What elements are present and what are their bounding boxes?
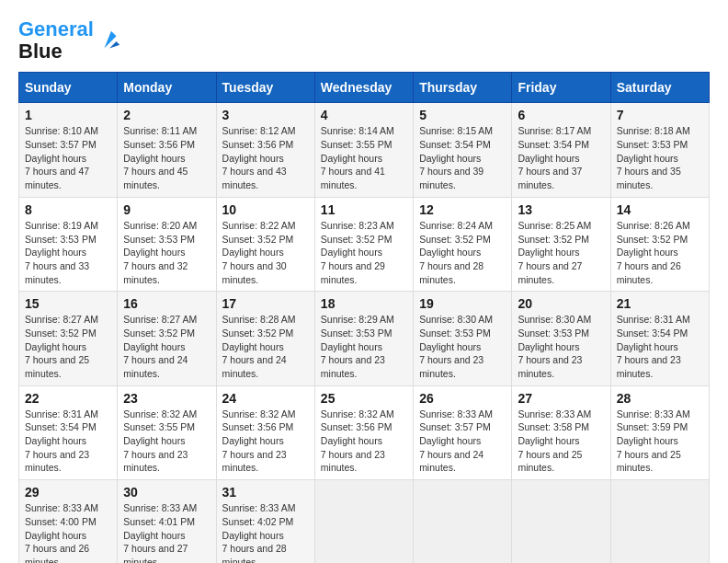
- header-saturday: Saturday: [610, 73, 709, 103]
- calendar-week-row: 15Sunrise: 8:27 AMSunset: 3:52 PMDayligh…: [19, 292, 710, 385]
- calendar-cell: 11Sunrise: 8:23 AMSunset: 3:52 PMDayligh…: [314, 197, 413, 291]
- header-tuesday: Tuesday: [216, 73, 314, 103]
- header-thursday: Thursday: [414, 73, 512, 103]
- calendar-cell: 3Sunrise: 8:12 AMSunset: 3:56 PMDaylight…: [216, 103, 314, 197]
- calendar-week-row: 29Sunrise: 8:33 AMSunset: 4:00 PMDayligh…: [19, 480, 710, 563]
- calendar-cell: 20Sunrise: 8:30 AMSunset: 3:53 PMDayligh…: [512, 292, 610, 385]
- calendar-cell: 29Sunrise: 8:33 AMSunset: 4:00 PMDayligh…: [19, 480, 118, 563]
- calendar-cell: 19Sunrise: 8:30 AMSunset: 3:53 PMDayligh…: [414, 292, 512, 385]
- calendar-cell: 17Sunrise: 8:28 AMSunset: 3:52 PMDayligh…: [216, 292, 314, 385]
- calendar-cell: 1Sunrise: 8:10 AMSunset: 3:57 PMDaylight…: [19, 103, 118, 197]
- calendar-cell: 25Sunrise: 8:32 AMSunset: 3:56 PMDayligh…: [314, 385, 413, 479]
- calendar-week-row: 8Sunrise: 8:19 AMSunset: 3:53 PMDaylight…: [19, 197, 710, 291]
- calendar-cell: 8Sunrise: 8:19 AMSunset: 3:53 PMDaylight…: [19, 197, 118, 291]
- calendar-cell: 10Sunrise: 8:22 AMSunset: 3:52 PMDayligh…: [216, 197, 314, 291]
- calendar-cell: 13Sunrise: 8:25 AMSunset: 3:52 PMDayligh…: [512, 197, 610, 291]
- svg-marker-1: [109, 41, 119, 48]
- calendar-cell: 7Sunrise: 8:18 AMSunset: 3:53 PMDaylight…: [610, 103, 709, 197]
- calendar-cell: 21Sunrise: 8:31 AMSunset: 3:54 PMDayligh…: [610, 292, 709, 385]
- header-friday: Friday: [512, 73, 610, 103]
- page-header: GeneralBlue: [18, 18, 710, 63]
- logo-icon: [97, 28, 123, 53]
- calendar-cell: 9Sunrise: 8:20 AMSunset: 3:53 PMDaylight…: [118, 197, 216, 291]
- calendar-cell: 23Sunrise: 8:32 AMSunset: 3:55 PMDayligh…: [118, 385, 216, 479]
- calendar-cell: 14Sunrise: 8:26 AMSunset: 3:52 PMDayligh…: [610, 197, 709, 291]
- calendar-cell: [610, 480, 709, 563]
- calendar-cell: 16Sunrise: 8:27 AMSunset: 3:52 PMDayligh…: [118, 292, 216, 385]
- calendar-cell: 2Sunrise: 8:11 AMSunset: 3:56 PMDaylight…: [118, 103, 216, 197]
- calendar-cell: 26Sunrise: 8:33 AMSunset: 3:57 PMDayligh…: [414, 385, 512, 479]
- calendar-cell: 24Sunrise: 8:32 AMSunset: 3:56 PMDayligh…: [216, 385, 314, 479]
- calendar-cell: 5Sunrise: 8:15 AMSunset: 3:54 PMDaylight…: [414, 103, 512, 197]
- header-sunday: Sunday: [19, 73, 118, 103]
- calendar-cell: 31Sunrise: 8:33 AMSunset: 4:02 PMDayligh…: [216, 480, 314, 563]
- logo: GeneralBlue: [18, 18, 123, 63]
- calendar-cell: [512, 480, 610, 563]
- calendar-cell: [314, 480, 413, 563]
- weekday-header-row: Sunday Monday Tuesday Wednesday Thursday…: [19, 73, 710, 103]
- calendar-week-row: 22Sunrise: 8:31 AMSunset: 3:54 PMDayligh…: [19, 385, 710, 479]
- header-wednesday: Wednesday: [314, 73, 413, 103]
- calendar-header: Sunday Monday Tuesday Wednesday Thursday…: [19, 73, 710, 103]
- calendar-cell: 12Sunrise: 8:24 AMSunset: 3:52 PMDayligh…: [414, 197, 512, 291]
- calendar-cell: 4Sunrise: 8:14 AMSunset: 3:55 PMDaylight…: [314, 103, 413, 197]
- calendar-cell: [414, 480, 512, 563]
- calendar-cell: 28Sunrise: 8:33 AMSunset: 3:59 PMDayligh…: [610, 385, 709, 479]
- calendar-table: Sunday Monday Tuesday Wednesday Thursday…: [18, 72, 710, 563]
- header-monday: Monday: [118, 73, 216, 103]
- calendar-cell: 30Sunrise: 8:33 AMSunset: 4:01 PMDayligh…: [118, 480, 216, 563]
- calendar-cell: 18Sunrise: 8:29 AMSunset: 3:53 PMDayligh…: [314, 292, 413, 385]
- calendar-cell: 15Sunrise: 8:27 AMSunset: 3:52 PMDayligh…: [19, 292, 118, 385]
- calendar-cell: 6Sunrise: 8:17 AMSunset: 3:54 PMDaylight…: [512, 103, 610, 197]
- calendar-body: 1Sunrise: 8:10 AMSunset: 3:57 PMDaylight…: [19, 103, 710, 563]
- calendar-week-row: 1Sunrise: 8:10 AMSunset: 3:57 PMDaylight…: [19, 103, 710, 197]
- calendar-cell: 27Sunrise: 8:33 AMSunset: 3:58 PMDayligh…: [512, 385, 610, 479]
- logo-text: GeneralBlue: [18, 18, 94, 63]
- calendar-cell: 22Sunrise: 8:31 AMSunset: 3:54 PMDayligh…: [19, 385, 118, 479]
